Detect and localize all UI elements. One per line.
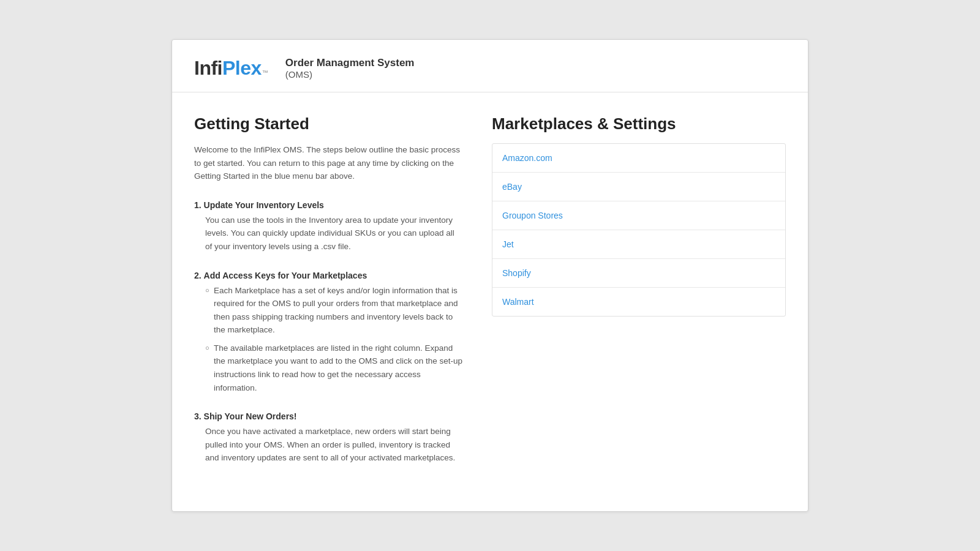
logo-infi: Infi <box>194 57 222 80</box>
step-3-description: Once you have activated a marketplace, n… <box>194 425 462 465</box>
step-1-num-label: 1. <box>194 200 202 210</box>
step-1-number: 1. Update Your Inventory Levels <box>194 200 462 210</box>
marketplace-ebay[interactable]: eBay <box>492 173 785 201</box>
marketplace-jet-link[interactable]: Jet <box>502 239 514 249</box>
content-area: Getting Started Welcome to the InfiPlex … <box>172 92 808 511</box>
marketplace-ebay-link[interactable]: eBay <box>502 182 522 192</box>
header-title: Order Managment System (OMS) <box>285 57 415 80</box>
step-2-number: 2. Add Access Keys for Your Marketplaces <box>194 271 462 280</box>
step-1-title: Update Your Inventory Levels <box>204 200 324 210</box>
marketplace-walmart[interactable]: Walmart <box>492 288 785 316</box>
step-1-description: You can use the tools in the Inventory a… <box>194 214 462 253</box>
steps-list: 1. Update Your Inventory Levels You can … <box>194 200 462 465</box>
step-3-title: Ship Your New Orders! <box>204 411 297 421</box>
step-2-sublist: Each Marketplace has a set of keys and/o… <box>194 284 462 395</box>
logo-plex: Plex <box>222 57 262 80</box>
step-2-sub-2: The available marketplaces are listed in… <box>205 342 462 394</box>
marketplaces-list: Amazon.com eBay Groupon Stores Jet Shopi… <box>492 143 786 317</box>
header-title-sub: (OMS) <box>285 69 415 80</box>
step-2: 2. Add Access Keys for Your Marketplaces… <box>194 271 462 395</box>
left-column: Getting Started Welcome to the InfiPlex … <box>194 114 462 482</box>
step-1: 1. Update Your Inventory Levels You can … <box>194 200 462 253</box>
marketplace-groupon-link[interactable]: Groupon Stores <box>502 211 563 220</box>
marketplace-groupon[interactable]: Groupon Stores <box>492 201 785 230</box>
logo-tm: ™ <box>262 69 268 76</box>
marketplace-amazon[interactable]: Amazon.com <box>492 144 785 173</box>
right-column: Marketplaces & Settings Amazon.com eBay … <box>492 114 786 482</box>
marketplace-amazon-link[interactable]: Amazon.com <box>502 153 552 163</box>
marketplace-shopify-link[interactable]: Shopify <box>502 268 531 278</box>
step-2-num-label: 2. <box>194 271 202 280</box>
marketplaces-title: Marketplaces & Settings <box>492 114 786 133</box>
header: InfiPlex™ Order Managment System (OMS) <box>172 40 808 92</box>
step-3-number: 3. Ship Your New Orders! <box>194 411 462 421</box>
intro-text: Welcome to the InfiPlex OMS. The steps b… <box>194 143 462 183</box>
getting-started-title: Getting Started <box>194 114 462 133</box>
main-card: InfiPlex™ Order Managment System (OMS) G… <box>172 39 809 512</box>
step-3: 3. Ship Your New Orders! Once you have a… <box>194 411 462 465</box>
step-2-title: Add Access Keys for Your Marketplaces <box>204 271 368 280</box>
header-title-main: Order Managment System <box>285 57 415 69</box>
logo: InfiPlex™ <box>194 57 268 80</box>
marketplace-jet[interactable]: Jet <box>492 230 785 259</box>
marketplace-walmart-link[interactable]: Walmart <box>502 297 534 307</box>
marketplace-shopify[interactable]: Shopify <box>492 259 785 288</box>
step-3-num-label: 3. <box>194 411 202 421</box>
step-2-sub-1: Each Marketplace has a set of keys and/o… <box>205 284 462 337</box>
